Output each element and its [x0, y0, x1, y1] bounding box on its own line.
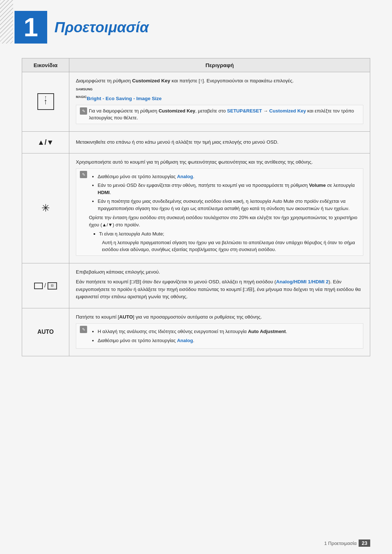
list-item: Εάν η ποιότητα ήχου μιας συνδεδεμένης συ…: [98, 198, 359, 212]
customized-key-link: Customized Key: [269, 108, 306, 114]
row5-note: ✎ Η αλλαγή της ανάλυσης στις Ιδιότητες ο…: [76, 323, 363, 349]
list-item: Εάν το μενού OSD δεν εμφανίζεται στην οθ…: [98, 182, 359, 196]
bright-eco-size-label: Bright - Eco Saving - Image Size: [87, 96, 162, 101]
row5-list: Η αλλαγή της ανάλυσης στις Ιδιότητες οθό…: [89, 328, 359, 344]
icon-cell-sun: ✳: [22, 153, 69, 263]
list-item: Η αλλαγή της ανάλυσης στις Ιδιότητες οθό…: [98, 328, 359, 335]
row3-list: Διαθέσιμο μόνο σε τρόπο λειτουργίας Anal…: [89, 173, 359, 212]
row5-note-content: Η αλλαγή της ανάλυσης στις Ιδιότητες οθό…: [89, 326, 359, 346]
desc-cell-row3: Χρησιμοποιήστε αυτό το κουμπί για τη ρύθ…: [69, 153, 370, 263]
main-table: Εικονίδια Περιγραφή ↑ Διαμορφώστε τη ρύθ…: [22, 58, 370, 356]
list-item: Διαθέσιμο μόνο σε τρόπο λειτουργίας Anal…: [98, 337, 359, 344]
chapter-number: 1: [15, 11, 47, 44]
upload-key-icon: ↑: [200, 78, 203, 83]
list-item: Διαθέσιμο μόνο σε τρόπο λειτουργίας Anal…: [98, 173, 359, 180]
page-footer: 1 Προετοιμασία 23: [324, 539, 370, 547]
monitor-icon: ⊟: [48, 282, 57, 290]
icon-cell-auto: AUTO: [22, 308, 69, 356]
row2-text: Μετακινηθείτε στο επάνω ή στο κάτω μενού…: [76, 139, 363, 146]
customized-key-note: Customized Key: [159, 108, 195, 114]
row3-note1-content: Διαθέσιμο μόνο σε τρόπο λειτουργίας Anal…: [89, 171, 359, 253]
desc-cell-row5: Πατήστε το κουμπί [AUTO] για να προσαρμο…: [69, 308, 370, 356]
box-icon: [34, 283, 43, 289]
note-icon-r3-1: ✎: [80, 171, 87, 178]
list-item: Τι είναι η λειτουργία Auto Mute;: [99, 230, 359, 238]
row3-vol-para: Ορίστε την ένταση ήχου εισόδου στη συσκε…: [89, 214, 359, 228]
table-row: ↑ Διαμορφώστε τη ρύθμιση Customized Key …: [22, 72, 370, 132]
hdmi-label1: HDMI: [98, 190, 110, 195]
slash-sep: /: [44, 281, 46, 290]
note-icon-r5: ✎: [80, 326, 87, 333]
page-header: 1 Προετοιμασία: [0, 0, 392, 51]
icon-cell-upload: ↑: [22, 72, 69, 132]
note-icon1: ✎: [80, 107, 87, 115]
table-row: AUTO Πατήστε το κουμπί [AUTO] για να προ…: [22, 308, 370, 356]
icon-cell-arrows: ▲/▼: [22, 131, 69, 153]
page-number: 23: [359, 539, 370, 547]
auto-label: AUTO: [119, 314, 133, 320]
icon-cell-source: / ⊟: [22, 263, 69, 308]
header-desc-col: Περιγραφή: [69, 58, 370, 72]
analog-label2: Analog: [177, 338, 193, 343]
desc-cell-row4: Επιβεβαίωση κάποιας επιλογής μενού. Εάν …: [69, 263, 370, 308]
desc-cell-row1: Διαμορφώστε τη ρύθμιση Customized Key κα…: [69, 72, 370, 132]
upload-icon: ↑: [37, 93, 54, 110]
setup-reset-label: SETUP&RESET: [227, 108, 262, 114]
row1-note-content: Για να διαμορφώσετε τη ρύθμιση Customize…: [89, 107, 359, 122]
table-row: ▲/▼ Μετακινηθείτε στο επάνω ή στο κάτω μ…: [22, 131, 370, 153]
row1-samsung-magic: SAMSUNGMAGICBright - Eco Saving - Image …: [76, 87, 363, 103]
row3-intro: Χρησιμοποιήστε αυτό το κουμπί για τη ρύθ…: [76, 159, 363, 166]
row1-para1: Διαμορφώστε τη ρύθμιση Customized Key κα…: [76, 77, 363, 85]
row1-note: ✎ Για να διαμορφώσετε τη ρύθμιση Customi…: [76, 105, 363, 124]
page-title: Προετοιμασία: [54, 19, 149, 36]
row3-note1: ✎ Διαθέσιμο μόνο σε τρόπο λειτουργίας An…: [76, 168, 363, 256]
customized-key-label1: Customized Key: [132, 78, 170, 83]
arrows-icon: ▲/▼: [37, 138, 54, 146]
desc-cell-row2: Μετακινηθείτε στο επάνω ή στο κάτω μενού…: [69, 131, 370, 153]
auto-icon: AUTO: [37, 329, 54, 335]
header-icon-col: Εικονίδια: [22, 58, 69, 72]
row4-para2: Εάν πατήσετε το κουμπί [□/⊟] όταν δεν εμ…: [76, 278, 363, 301]
sun-icon: ✳: [41, 202, 50, 214]
analog-hdmi-label: Analog/HDMI 1/HDMI 2: [276, 279, 329, 284]
footer-chapter-text: 1 Προετοιμασία: [324, 541, 356, 546]
table-row: ✳ Χρησιμοποιήστε αυτό το κουμπί για τη ρ…: [22, 153, 370, 263]
row3-automute-desc: Αυτή η λειτουργία πραγματοποιεί σίγαση τ…: [89, 239, 359, 253]
volume-label: Volume: [309, 182, 326, 188]
auto-adjustment-label: Auto Adjustment: [248, 329, 286, 334]
analog-label1: Analog: [177, 174, 193, 179]
row3-sub-list: Τι είναι η λειτουργία Auto Mute;: [89, 230, 359, 238]
row4-para1: Επιβεβαίωση κάποιας επιλογής μενού.: [76, 268, 363, 276]
table-row: / ⊟ Επιβεβαίωση κάποιας επιλογής μενού. …: [22, 263, 370, 308]
diagonal-decoration: [0, 0, 13, 44]
source-icon: / ⊟: [29, 281, 62, 290]
row5-para1: Πατήστε το κουμπί [AUTO] για να προσαρμο…: [76, 313, 363, 321]
